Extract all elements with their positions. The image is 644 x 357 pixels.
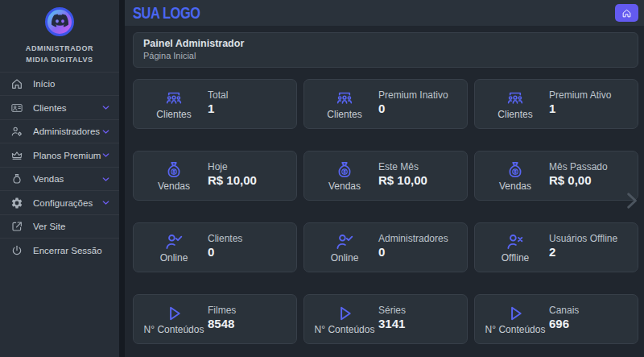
stat-card-value: R$ 10,00	[378, 173, 427, 187]
home-button[interactable]	[615, 4, 638, 22]
stat-card-vendas-mes-passado[interactable]: Vendas Mês Passado R$ 0,00	[474, 151, 638, 201]
sidebar-item-inicio[interactable]: Início	[0, 72, 119, 96]
stat-card-group-label: N° Conteúdos	[315, 324, 375, 335]
stat-card-group-label: Online	[160, 252, 188, 264]
stat-card-title: Mês Passado	[549, 161, 608, 172]
chevron-down-icon	[101, 197, 111, 208]
sidebar-item-vendas[interactable]: Vendas	[0, 167, 119, 191]
discord-logo-icon	[52, 12, 68, 32]
money-bag-dollar-icon	[334, 160, 355, 181]
stat-card-vendas-hoje[interactable]: Vendas Hoje R$ 10,00	[133, 151, 297, 201]
page-header-panel: Painel Administrador Página Inicial	[133, 32, 638, 68]
stat-card-value: 3141	[378, 317, 406, 330]
play-icon	[163, 303, 184, 324]
clients-card-icon	[10, 102, 23, 114]
power-icon	[10, 244, 23, 257]
stat-cards-row-3: Online Clientes 0 Online Administradores…	[133, 222, 638, 272]
stat-card-vendas-este-mes[interactable]: Vendas Este Mês R$ 10,00	[303, 151, 468, 201]
avatar	[45, 7, 74, 36]
play-icon	[334, 303, 355, 324]
sidebar-item-ver-site[interactable]: Ver Site	[0, 214, 119, 239]
profile-name-line2: MIDIA DIGITALVS	[3, 54, 116, 65]
page-subtitle: Página Inicial	[143, 51, 628, 60]
sidebar-item-encerrar-sessao[interactable]: Encerrar Sessão	[0, 238, 119, 262]
carousel-next-button[interactable]	[619, 183, 643, 218]
money-bag-dollar-icon	[163, 160, 184, 181]
stat-card-n-conteudos-canais[interactable]: N° Conteúdos Canais 696	[474, 294, 638, 344]
external-link-icon	[10, 220, 23, 233]
stat-card-group-label: Clientes	[327, 109, 361, 120]
stat-card-title: Este Mês	[378, 161, 427, 172]
sidebar-item-label: Configurações	[33, 198, 93, 208]
main-area: SUA LOGO Painel Administrador Página Ini…	[119, 0, 644, 357]
sidebar-nav: Início Clientes Administradores Planos P…	[0, 72, 119, 262]
stat-card-value: 8548	[208, 317, 236, 330]
stat-card-title: Canais	[549, 305, 579, 316]
stat-card-group-label: Clientes	[156, 109, 191, 120]
chevron-right-icon	[621, 188, 642, 214]
sidebar-item-label: Início	[33, 79, 56, 89]
stat-card-title: Séries	[378, 305, 406, 316]
home-icon	[10, 77, 23, 90]
stat-card-value: 0	[378, 245, 448, 259]
admin-user-icon	[10, 125, 23, 138]
stat-card-title: Clientes	[208, 233, 242, 244]
stat-card-clientes-premium-inativo[interactable]: Clientes Premium Inativo 0	[303, 79, 468, 129]
user-check-icon	[163, 231, 184, 252]
stat-cards: Clientes Total 1 Clientes Premium Inativ…	[133, 79, 639, 344]
stat-card-value: 0	[208, 245, 242, 259]
sidebar-item-label: Encerrar Sessão	[33, 246, 102, 255]
crown-icon	[10, 149, 23, 162]
stat-cards-row-2: Vendas Hoje R$ 10,00 Vendas Este Mês R$ …	[133, 151, 638, 201]
stat-card-group-label: Online	[331, 252, 359, 264]
sidebar-item-administradores[interactable]: Administradores	[0, 119, 119, 143]
stat-card-value: R$ 10,00	[208, 173, 257, 187]
stat-card-online-clientes[interactable]: Online Clientes 0	[133, 222, 297, 272]
chevron-down-icon	[101, 174, 111, 185]
stat-cards-row-4: N° Conteúdos Filmes 8548 N° Conteúdos Sé…	[133, 294, 638, 344]
stat-cards-row-1: Clientes Total 1 Clientes Premium Inativ…	[133, 79, 638, 129]
sidebar-item-planos-premium[interactable]: Planos Premium	[0, 143, 119, 167]
chevron-down-icon	[101, 150, 111, 160]
stat-card-value: 2	[549, 245, 617, 259]
profile-name: ADMINISTRADOR MIDIA DIGITALVS	[3, 43, 116, 66]
stat-card-clientes-total[interactable]: Clientes Total 1	[133, 79, 297, 129]
stat-card-value: 1	[549, 102, 611, 115]
stat-card-n-conteudos-series[interactable]: N° Conteúdos Séries 3141	[303, 294, 468, 344]
profile-name-line1: ADMINISTRADOR	[3, 43, 116, 54]
sidebar-item-label: Ver Site	[33, 222, 65, 231]
stat-card-clientes-premium-ativo[interactable]: Clientes Premium Ativo 1	[474, 79, 638, 129]
stat-card-value: 696	[549, 317, 579, 330]
money-bag-icon	[10, 172, 23, 185]
user-check-icon	[334, 231, 355, 252]
home-icon	[621, 8, 632, 19]
stat-card-title: Premium Inativo	[378, 89, 448, 101]
sidebar-item-configuracoes[interactable]: Configurações	[0, 190, 119, 214]
stat-card-group-label: Vendas	[158, 181, 190, 192]
play-icon	[505, 303, 526, 324]
stat-card-group-label: Clientes	[497, 109, 532, 120]
stat-card-title: Administradores	[378, 233, 448, 244]
stat-card-group-label: Vendas	[499, 181, 531, 192]
group-users-icon	[163, 88, 184, 109]
stat-card-offline-usuarios-offline[interactable]: Offline Usuários Offline 2	[474, 222, 638, 272]
stat-card-value: R$ 0,00	[549, 173, 608, 187]
stat-card-group-label: Vendas	[328, 181, 361, 192]
sidebar-item-clientes[interactable]: Clientes	[0, 95, 119, 119]
chevron-down-icon	[101, 127, 111, 137]
topbar: SUA LOGO	[125, 0, 644, 26]
page-title: Painel Administrador	[143, 38, 628, 49]
sidebar-item-label: Clientes	[33, 103, 67, 113]
stat-card-group-label: N° Conteúdos	[144, 324, 204, 335]
admin-dashboard: ADMINISTRADOR MIDIA DIGITALVS Início Cli…	[0, 0, 644, 357]
stat-card-n-conteudos-filmes[interactable]: N° Conteúdos Filmes 8548	[133, 294, 297, 344]
stat-card-title: Total	[208, 89, 228, 101]
chevron-down-icon	[101, 102, 111, 113]
app-logo: SUA LOGO	[133, 4, 200, 23]
sidebar: ADMINISTRADOR MIDIA DIGITALVS Início Cli…	[0, 0, 119, 357]
money-bag-dollar-icon	[505, 160, 526, 181]
stat-card-online-administradores[interactable]: Online Administradores 0	[303, 222, 468, 272]
gear-icon	[10, 197, 23, 210]
sidebar-item-label: Administradores	[33, 127, 100, 136]
sidebar-item-label: Planos Premium	[33, 151, 101, 160]
